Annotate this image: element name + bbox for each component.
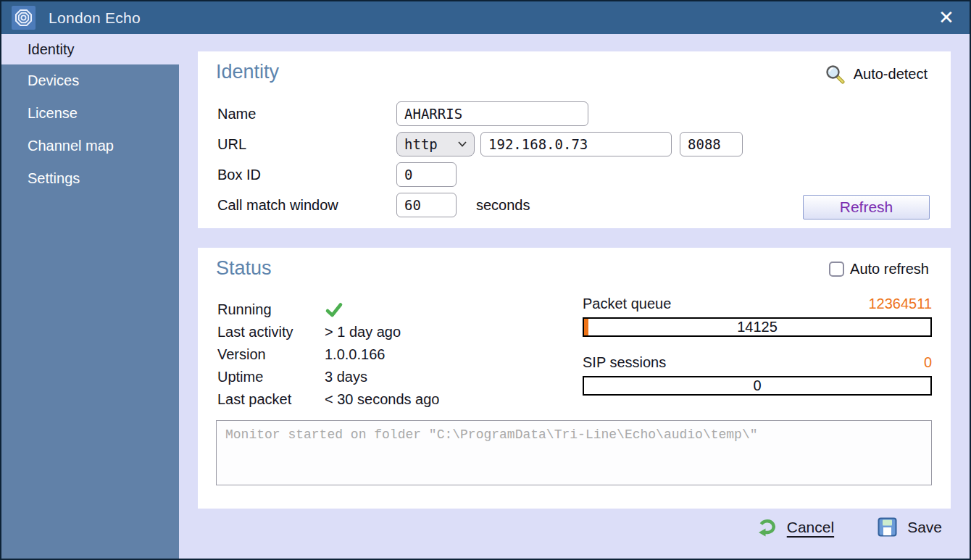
version-value: 1.0.0.166 [325, 346, 385, 363]
identity-panel-title: Identity [216, 61, 279, 83]
auto-detect-button[interactable]: Auto-detect [825, 64, 928, 84]
save-floppy-icon [878, 517, 897, 537]
refresh-button[interactable]: Refresh [803, 195, 930, 220]
close-button[interactable]: ✕ [933, 4, 959, 30]
save-label: Save [907, 519, 942, 536]
box-id-input[interactable] [396, 162, 457, 187]
url-scheme-value: http [404, 136, 438, 152]
running-label: Running [217, 301, 325, 318]
dialog-window: London Echo ✕ Identity Devices License C… [0, 0, 971, 560]
status-grid: Running Last activity > 1 day ago Versio… [217, 298, 439, 411]
last-activity-value: > 1 day ago [325, 324, 401, 340]
url-scheme-select[interactable]: http [396, 132, 475, 156]
packet-queue-bar: 14125 [583, 317, 932, 337]
url-port-input[interactable] [680, 132, 743, 156]
url-host-input[interactable] [480, 132, 672, 156]
sip-sessions-total: 0 [924, 354, 932, 371]
monitor-log: Monitor started on folder "C:\ProgramDat… [216, 420, 932, 485]
status-row-last-packet: Last packet < 30 seconds ago [217, 388, 439, 411]
sip-sessions-header: SIP sessions 0 [583, 354, 932, 371]
identity-panel: Identity Auto-detect Name URL http Box I… [198, 51, 951, 228]
uptime-value: 3 days [325, 369, 367, 385]
call-match-window-label: Call match window [217, 197, 338, 214]
sip-sessions-current: 0 [753, 377, 761, 393]
uptime-label: Uptime [217, 369, 325, 385]
last-packet-label: Last packet [217, 391, 325, 408]
sidebar-item-channel-map[interactable]: Channel map [1, 130, 179, 162]
sidebar-item-identity[interactable]: Identity [3, 34, 179, 64]
save-button[interactable]: Save [878, 517, 942, 537]
box-id-label: Box ID [217, 167, 261, 183]
sidebar: Devices License Channel map Settings [1, 64, 179, 559]
titlebar: London Echo ✕ [1, 1, 970, 34]
queue-column: Packet queue 12364511 14125 SIP sessions… [583, 296, 932, 396]
status-row-running: Running [217, 298, 439, 321]
seconds-unit-label: seconds [476, 197, 530, 214]
sip-sessions-label: SIP sessions [583, 354, 666, 371]
window-title: London Echo [49, 9, 141, 27]
url-label: URL [217, 136, 246, 153]
cancel-button[interactable]: Cancel [757, 517, 834, 537]
status-panel-title: Status [216, 257, 272, 280]
magnifier-icon [825, 64, 845, 84]
running-check-icon [325, 301, 343, 319]
packet-queue-current: 14125 [737, 319, 778, 335]
cancel-label: Cancel [787, 519, 834, 536]
call-match-window-input[interactable] [396, 193, 457, 217]
chevron-down-icon [458, 141, 467, 147]
version-label: Version [217, 346, 325, 363]
name-input[interactable] [396, 101, 588, 126]
status-row-uptime: Uptime 3 days [217, 366, 439, 388]
name-label: Name [217, 106, 256, 122]
sidebar-item-settings[interactable]: Settings [1, 162, 179, 195]
last-activity-label: Last activity [217, 324, 325, 340]
app-logo-icon [12, 6, 36, 30]
packet-queue-total: 12364511 [869, 296, 933, 312]
undo-arrow-icon [757, 517, 777, 537]
sip-sessions-bar: 0 [583, 376, 932, 396]
auto-refresh-checkbox[interactable] [829, 262, 844, 277]
sidebar-item-license[interactable]: License [1, 97, 179, 130]
sidebar-item-devices[interactable]: Devices [1, 64, 179, 97]
status-panel: Status Auto refresh Running Last activit… [198, 248, 951, 509]
auto-detect-label: Auto-detect [854, 66, 928, 83]
status-row-last-activity: Last activity > 1 day ago [217, 321, 439, 343]
packet-queue-header: Packet queue 12364511 [583, 296, 932, 312]
last-packet-value: < 30 seconds ago [325, 391, 439, 408]
auto-refresh-label: Auto refresh [850, 261, 929, 277]
packet-queue-bar-fill [584, 319, 588, 335]
footer-actions: Cancel Save [757, 517, 942, 537]
status-row-version: Version 1.0.0.166 [217, 343, 439, 366]
packet-queue-label: Packet queue [583, 296, 671, 312]
auto-refresh-control: Auto refresh [829, 261, 929, 277]
